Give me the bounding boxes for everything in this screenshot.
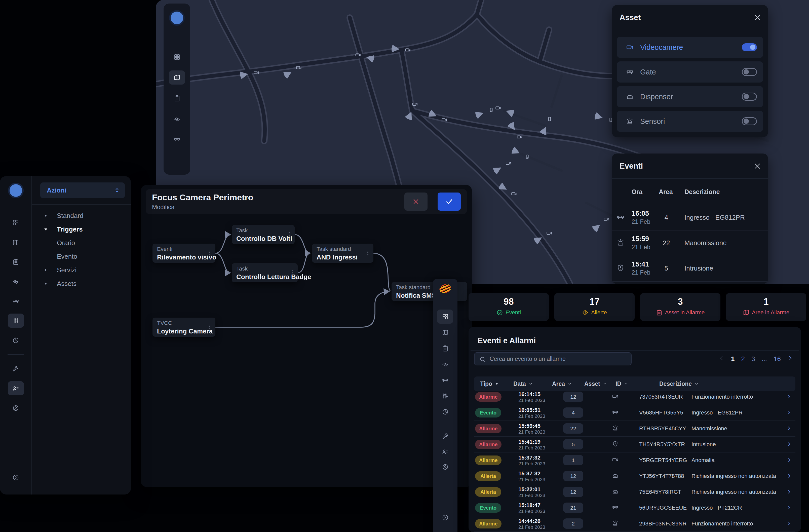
map-marker-cam[interactable] — [493, 99, 516, 122]
table-row[interactable]: Evento16:05:5121 Feb 20234V5685HFTG55Y5I… — [474, 405, 795, 421]
rail-item-gate[interactable] — [8, 294, 24, 308]
column-header[interactable]: Area — [659, 188, 673, 195]
rail-item-wrench[interactable] — [8, 362, 24, 376]
rail-item-grid[interactable] — [169, 50, 185, 64]
toggle-switch[interactable] — [742, 68, 757, 76]
page-prev-icon[interactable] — [718, 355, 724, 363]
rail-item-chevroncircle[interactable] — [8, 470, 24, 484]
rail-item-pie[interactable] — [8, 333, 24, 347]
map-marker-cam[interactable] — [497, 179, 520, 202]
rail-item-road[interactable] — [8, 274, 24, 288]
row-detail-chevron-icon[interactable] — [786, 425, 792, 431]
eventi-row[interactable]: 16:0521 Feb4Ingresso - EG812PR — [612, 205, 768, 231]
kebab-menu-icon[interactable] — [286, 231, 292, 238]
flow-node[interactable]: TaskControllo Lettura Badge — [232, 263, 298, 282]
tree-item-orario[interactable]: Orario — [32, 236, 131, 250]
flow-node[interactable]: Task standardAND Ingressi — [312, 244, 374, 263]
map-marker-cam[interactable] — [401, 99, 424, 122]
rail-item-chevroncircle[interactable] — [437, 510, 453, 525]
table-row[interactable]: Allarme15:37:3221 Feb 20231Y5RGERT54YERG… — [474, 452, 795, 468]
eventi-row[interactable]: 15:5921 Feb22Manomissione — [612, 230, 768, 256]
page-number[interactable]: 3 — [751, 355, 755, 363]
page-number[interactable]: 1 — [731, 355, 735, 363]
toggle-switch[interactable] — [742, 43, 757, 51]
flow-node[interactable]: TaskControllo DB Volti — [232, 225, 295, 244]
map-marker-cam[interactable] — [590, 212, 613, 235]
rail-item-map[interactable] — [437, 325, 453, 340]
avatar[interactable] — [8, 183, 24, 198]
table-row[interactable]: Allerta15:37:3221 Feb 202312YTJ56YT4T787… — [474, 468, 795, 484]
row-detail-chevron-icon[interactable] — [786, 504, 792, 511]
rail-item-map[interactable] — [169, 70, 185, 85]
table-row[interactable]: Evento15:18:4721 Feb 20232156URYJGCSEEUE… — [474, 500, 795, 516]
page-number[interactable]: 16 — [774, 355, 781, 363]
close-icon[interactable] — [753, 162, 761, 170]
map-marker-sensor[interactable] — [535, 114, 558, 136]
row-detail-chevron-icon[interactable] — [786, 457, 792, 463]
page-number[interactable]: ... — [761, 355, 767, 363]
rail-item-clipboard[interactable] — [169, 91, 185, 105]
kebab-menu-icon[interactable] — [207, 250, 213, 257]
column-header[interactable]: Ora — [632, 188, 642, 195]
map-marker-cam[interactable] — [504, 120, 527, 143]
rail-item-pie[interactable] — [437, 405, 453, 419]
map-marker-cam[interactable] — [353, 45, 376, 68]
rail-item-gate[interactable] — [169, 132, 185, 147]
map-marker-cam[interactable] — [492, 155, 514, 178]
row-detail-chevron-icon[interactable] — [786, 473, 792, 479]
rail-item-gate[interactable] — [437, 373, 453, 387]
rail-item-clipboard[interactable] — [8, 255, 24, 269]
column-header[interactable]: Descrizione — [685, 188, 720, 195]
rail-item-road[interactable] — [169, 112, 185, 126]
search-input[interactable] — [475, 353, 631, 365]
close-icon[interactable] — [753, 14, 761, 22]
table-row[interactable]: Allarme15:59:4521 Feb 202322RTHSR5YE45CY… — [474, 421, 795, 436]
table-row[interactable]: Allarme14:44:2621 Feb 20232293BF03NFJS9N… — [474, 516, 795, 532]
kebab-menu-icon[interactable] — [365, 250, 371, 257]
asset-toggle-row[interactable]: Sensori — [617, 111, 763, 132]
row-detail-chevron-icon[interactable] — [786, 520, 792, 527]
rail-item-grid[interactable] — [437, 310, 453, 324]
toggle-switch[interactable] — [742, 117, 757, 125]
rail-item-userlist[interactable] — [8, 381, 24, 395]
toggle-switch[interactable] — [742, 92, 757, 101]
table-row[interactable]: Allarme15:41:1921 Feb 20235TH5Y4R5Y5YXTR… — [474, 436, 795, 452]
asset-toggle-row[interactable]: Videocamere — [617, 37, 763, 58]
rail-item-account[interactable] — [437, 460, 453, 474]
row-detail-chevron-icon[interactable] — [786, 441, 792, 447]
rail-item-account[interactable] — [8, 401, 24, 415]
map-marker-cam[interactable] — [239, 63, 261, 85]
row-detail-chevron-icon[interactable] — [786, 409, 792, 415]
kebab-menu-icon[interactable] — [289, 269, 295, 276]
tree-item-servizi[interactable]: Servizi — [32, 263, 131, 277]
rail-item-clipboard[interactable] — [437, 341, 453, 355]
asset-toggle-row[interactable]: Dispenser — [617, 86, 763, 107]
asset-toggle-row[interactable]: Gate — [617, 62, 763, 83]
page-next-icon[interactable] — [787, 355, 793, 363]
eventi-row[interactable]: 15:4121 Feb5Intrusione — [612, 256, 768, 281]
tree-item-standard[interactable]: Standard — [32, 209, 131, 222]
avatar[interactable] — [169, 10, 185, 26]
rail-item-userlist[interactable] — [437, 444, 453, 459]
tree-item-triggers[interactable]: Triggers — [32, 222, 131, 236]
actions-select[interactable]: Azioni — [40, 183, 125, 198]
rail-item-map[interactable] — [8, 235, 24, 249]
rail-item-sliders[interactable] — [8, 313, 24, 328]
rail-item-sliders[interactable] — [437, 389, 453, 403]
flow-node[interactable]: EventiRilevamento visivo — [153, 244, 216, 263]
table-row[interactable]: Allerta15:22:0121 Feb 20231275E645Y78IRG… — [474, 484, 795, 500]
tree-item-evento[interactable]: Evento — [32, 250, 131, 263]
map-marker-cam[interactable] — [532, 225, 555, 248]
rail-item-wrench[interactable] — [437, 429, 453, 443]
map-marker-cam[interactable] — [390, 38, 413, 61]
kebab-menu-icon[interactable] — [207, 324, 213, 331]
flow-node[interactable]: TVCCLoytering Camera — [153, 318, 216, 337]
row-detail-chevron-icon[interactable] — [786, 394, 792, 400]
rail-item-grid[interactable] — [8, 216, 24, 229]
row-detail-chevron-icon[interactable] — [786, 489, 792, 495]
map-marker-cam[interactable] — [282, 59, 305, 82]
rail-item-road[interactable] — [437, 357, 453, 371]
page-number[interactable]: 2 — [741, 355, 744, 363]
tree-item-assets[interactable]: Assets — [32, 277, 131, 290]
map-marker-cam[interactable] — [427, 106, 450, 128]
